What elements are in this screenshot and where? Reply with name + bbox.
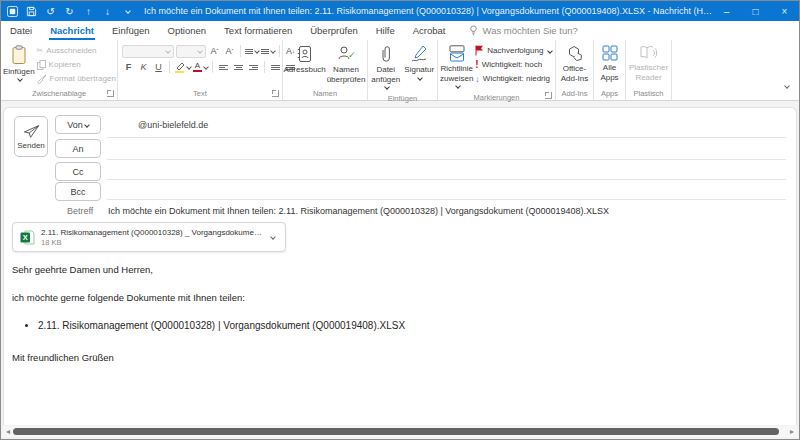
down-arrow-icon: ↓ bbox=[475, 74, 480, 84]
decrease-indent-button[interactable] bbox=[269, 61, 282, 74]
app-icon[interactable] bbox=[3, 2, 22, 20]
signature-dropdown-icon[interactable] bbox=[417, 75, 423, 81]
body-greeting: Sehr geehrte Damen und Herren, bbox=[12, 264, 784, 276]
scroll-left-icon[interactable]: ◂ bbox=[3, 426, 13, 437]
ribbon: Einfügen ✂ Ausschneiden Kopieren Format … bbox=[1, 40, 799, 101]
tab-ueberpruefen[interactable]: Überprüfen bbox=[301, 21, 367, 40]
tab-text-formatieren[interactable]: Text formatieren bbox=[215, 21, 301, 40]
shrink-font-button[interactable]: Aˇ bbox=[223, 45, 236, 58]
grow-font-button[interactable]: Aˆ bbox=[208, 45, 221, 58]
app-grid-icon bbox=[602, 45, 618, 61]
numbered-list-button[interactable] bbox=[261, 45, 275, 58]
align-center-button[interactable] bbox=[232, 61, 245, 74]
all-apps-button[interactable]: Alle Apps bbox=[596, 42, 623, 82]
paste-button[interactable]: Einfügen bbox=[3, 42, 35, 81]
attachment-chip[interactable]: X 2.11. Risikomanagement (Q000010328) _ … bbox=[12, 222, 286, 252]
align-right-button[interactable] bbox=[247, 61, 260, 74]
from-dropdown-icon bbox=[84, 122, 90, 128]
to-button[interactable]: An bbox=[55, 139, 101, 158]
tab-datei[interactable]: Datei bbox=[1, 21, 41, 40]
attachment-dropdown-icon[interactable] bbox=[263, 226, 281, 248]
cc-button[interactable]: Cc bbox=[55, 162, 101, 181]
tab-nachricht[interactable]: Nachricht bbox=[41, 21, 103, 40]
body-bullet-document-link: 2.11. Risikomanagement (Q000010328) | Vo… bbox=[38, 320, 784, 333]
bcc-button[interactable]: Bcc bbox=[55, 182, 101, 201]
scissors-icon: ✂ bbox=[37, 46, 44, 55]
tab-optionen[interactable]: Optionen bbox=[159, 21, 216, 40]
bold-button[interactable]: F bbox=[122, 61, 135, 74]
attach-file-button[interactable]: Datei anfügen bbox=[370, 42, 402, 94]
align-left-button[interactable] bbox=[217, 61, 230, 74]
font-size-select[interactable] bbox=[176, 45, 206, 58]
exclamation-icon: ! bbox=[475, 59, 478, 70]
tab-einfuegen[interactable]: Einfügen bbox=[103, 21, 159, 40]
underline-button[interactable]: U bbox=[152, 61, 165, 74]
highlight-color-button[interactable] bbox=[174, 61, 191, 74]
minimize-button[interactable]: – bbox=[712, 1, 741, 21]
address-book-button[interactable]: Adressbuch bbox=[285, 42, 325, 75]
group-reader: Plastischer Reader Plastisch bbox=[626, 40, 672, 100]
scroll-right-icon[interactable]: ▸ bbox=[787, 426, 797, 437]
bcc-field[interactable] bbox=[107, 199, 786, 200]
follow-up-button[interactable]: Nachverfolgung bbox=[475, 44, 552, 57]
body-closing: Mit freundlichen Grüßen bbox=[12, 352, 784, 364]
group-names: Adressbuch ✓ Namen überprüfen Namen bbox=[283, 40, 368, 100]
from-field[interactable] bbox=[107, 137, 786, 138]
paperclip-icon bbox=[380, 45, 392, 63]
outlook-message-window: ↺ ↻ ↑ ↓ Ich möchte ein Dokument mit Ihne… bbox=[0, 0, 800, 440]
undo-icon[interactable]: ↺ bbox=[41, 2, 60, 20]
svg-text:X: X bbox=[23, 233, 28, 242]
from-button[interactable]: Von bbox=[55, 115, 101, 134]
format-painter-button[interactable]: Format übertragen bbox=[37, 72, 116, 85]
to-field[interactable] bbox=[107, 159, 786, 160]
address-book-icon bbox=[297, 45, 313, 63]
tab-hilfe[interactable]: Hilfe bbox=[367, 21, 404, 40]
office-addins-button[interactable]: Office-Add-Ins bbox=[558, 42, 591, 83]
group-include: Datei anfügen Signatur Einfügen bbox=[368, 40, 438, 100]
policy-dropdown-icon[interactable] bbox=[455, 83, 461, 89]
subject-field[interactable]: Ich möchte ein Dokument mit Ihnen teilen… bbox=[108, 206, 784, 216]
attach-dropdown-icon[interactable] bbox=[384, 84, 390, 90]
from-value[interactable]: @uni-bielefeld.de bbox=[138, 120, 208, 130]
assign-policy-button[interactable]: Richtlinie zuweisen bbox=[440, 42, 473, 93]
check-names-button[interactable]: ✓ Namen überprüfen bbox=[327, 42, 366, 84]
message-body[interactable]: Sehr geehrte Damen und Herren, ich möcht… bbox=[12, 264, 784, 380]
bullet-list-button[interactable] bbox=[245, 45, 259, 58]
move-up-icon[interactable]: ↑ bbox=[79, 2, 98, 20]
customize-qat-icon[interactable] bbox=[117, 2, 136, 20]
save-icon[interactable] bbox=[22, 2, 41, 20]
paste-dropdown-icon[interactable] bbox=[17, 76, 23, 82]
immersive-reader-button[interactable]: Plastischer Reader bbox=[628, 42, 669, 82]
scrollbar-thumb[interactable] bbox=[13, 428, 779, 435]
clipboard-dialog-launcher-icon[interactable] bbox=[107, 90, 114, 97]
close-button[interactable]: × bbox=[770, 1, 799, 21]
send-button[interactable]: Senden bbox=[14, 116, 48, 157]
font-name-select[interactable] bbox=[122, 45, 174, 58]
horizontal-scrollbar[interactable]: ◂ ▸ bbox=[3, 426, 797, 437]
flag-icon bbox=[475, 45, 484, 56]
group-label-apps: Apps bbox=[601, 89, 618, 98]
importance-high-button[interactable]: ! Wichtigkeit: hoch bbox=[475, 58, 552, 71]
importance-low-button[interactable]: ↓ Wichtigkeit: niedrig bbox=[475, 72, 552, 85]
tell-me-box[interactable]: Was möchten Sie tun? bbox=[469, 21, 578, 40]
message-compose-area: Senden Von @uni-bielefeld.de An Cc Bcc B… bbox=[3, 107, 797, 425]
tab-acrobat[interactable]: Acrobat bbox=[404, 21, 455, 40]
maximize-button[interactable]: □ bbox=[741, 1, 770, 21]
cut-button[interactable]: ✂ Ausschneiden bbox=[37, 44, 116, 57]
follow-up-dropdown-icon[interactable] bbox=[548, 48, 554, 54]
attachment-name: 2.11. Risikomanagement (Q000010328) _ Vo… bbox=[41, 228, 263, 237]
collapse-ribbon-icon[interactable] bbox=[783, 76, 789, 94]
cc-field[interactable] bbox=[107, 179, 786, 180]
copy-button[interactable]: Kopieren bbox=[37, 58, 116, 71]
group-addins: Office-Add-Ins Add-Ins bbox=[556, 40, 594, 100]
text-dialog-launcher-icon[interactable] bbox=[272, 90, 279, 97]
window-title: Ich möchte ein Dokument mit Ihnen teilen… bbox=[144, 6, 712, 16]
italic-button[interactable]: K bbox=[137, 61, 150, 74]
signature-button[interactable]: Signatur bbox=[404, 42, 436, 84]
group-apps: Alle Apps Apps bbox=[594, 40, 626, 100]
redo-icon[interactable]: ↻ bbox=[60, 2, 79, 20]
tags-dialog-launcher-icon[interactable] bbox=[545, 92, 552, 99]
font-color-button[interactable]: A bbox=[193, 61, 208, 74]
excel-file-icon: X bbox=[20, 230, 35, 245]
move-down-icon[interactable]: ↓ bbox=[98, 2, 117, 20]
